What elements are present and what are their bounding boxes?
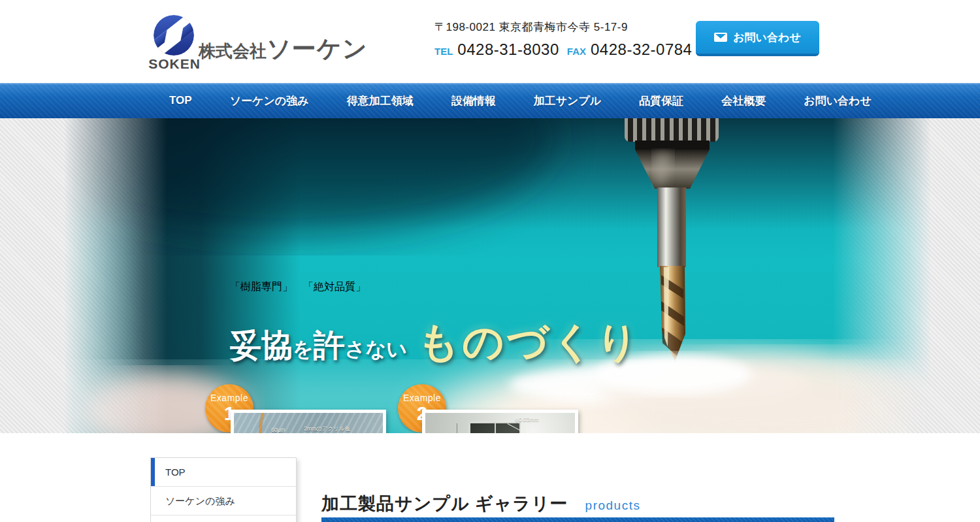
nav-item-samples[interactable]: 加工サンプル bbox=[515, 93, 621, 108]
annotation-acrylic: 2mmのアクリル板 bbox=[304, 425, 350, 433]
company-name: 株式会社ソーケン bbox=[199, 33, 368, 65]
logo[interactable]: SOKEN 株式会社ソーケン bbox=[153, 13, 349, 75]
fax-label: FAX bbox=[567, 46, 586, 57]
section-subtitle: products bbox=[585, 498, 641, 512]
nav-item-company[interactable]: 会社概要 bbox=[702, 93, 785, 108]
hero-photo-drill bbox=[0, 118, 980, 433]
fax-number: 0428-32-0784 bbox=[591, 41, 692, 58]
nav-item-top[interactable]: TOP bbox=[150, 94, 211, 107]
contact-info: 〒198-0021 東京都青梅市今寺 5-17-9 TEL0428-31-803… bbox=[434, 20, 709, 59]
catch-word-brush: ものづくり bbox=[417, 314, 641, 370]
nav-item-specialty[interactable]: 得意加工領域 bbox=[328, 93, 433, 108]
envelope-icon bbox=[714, 33, 727, 42]
section-title-bar bbox=[321, 517, 834, 522]
sidebar-menu: TOP ソーケンの強み bbox=[150, 457, 297, 522]
sidebar-item-top[interactable]: TOP bbox=[151, 458, 296, 487]
catch-word: 妥協 bbox=[230, 325, 293, 367]
catch-word: さない bbox=[345, 336, 407, 363]
sidebar-item-strengths[interactable]: ソーケンの強み bbox=[151, 487, 296, 515]
hero-catch-quotes: 「樹脂専門」 「絶対品質」 bbox=[230, 280, 366, 294]
nav-item-equipment[interactable]: 設備情報 bbox=[433, 93, 515, 108]
annotation-60um: 60μm bbox=[271, 427, 285, 433]
site-header: SOKEN 株式会社ソーケン 〒198-0021 東京都青梅市今寺 5-17-9… bbox=[0, 0, 980, 83]
section-title: 加工製品サンプル ギャラリー bbox=[321, 494, 568, 514]
hero-catch-main: 妥協を許さないものづくり bbox=[230, 314, 641, 370]
nav-item-strengths[interactable]: ソーケンの強み bbox=[211, 93, 328, 108]
hero-banner: 「樹脂専門」 「絶対品質」 妥協を許さないものづくり Example 1 Exa… bbox=[0, 118, 980, 433]
catch-word: 許 bbox=[314, 325, 345, 367]
page: SOKEN 株式会社ソーケン 〒198-0021 東京都青梅市今寺 5-17-9… bbox=[0, 0, 980, 522]
main-nav: TOP ソーケンの強み 得意加工領域 設備情報 加工サンプル 品質保証 会社概要… bbox=[0, 83, 980, 118]
annotation-dia-top: φ0.03mm bbox=[515, 416, 538, 423]
nav-item-contact[interactable]: お問い合わせ bbox=[785, 93, 890, 108]
tel-number: 0428-31-8030 bbox=[457, 41, 559, 58]
postal-address: 〒198-0021 東京都青梅市今寺 5-17-9 bbox=[434, 20, 709, 35]
tel-label: TEL bbox=[434, 46, 453, 57]
section-heading: 加工製品サンプル ギャラリーproducts bbox=[321, 492, 640, 515]
contact-button[interactable]: お問い合わせ bbox=[696, 21, 819, 56]
contact-button-label: お問い合わせ bbox=[733, 30, 801, 45]
soken-logo-icon bbox=[153, 14, 195, 56]
tel-fax-line: TEL0428-31-8030FAX0428-32-0784 bbox=[434, 41, 709, 59]
catch-word: を bbox=[293, 336, 314, 363]
logo-text: SOKEN bbox=[148, 56, 201, 72]
nav-item-quality[interactable]: 品質保証 bbox=[620, 93, 702, 108]
sidebar-item-next[interactable] bbox=[151, 515, 296, 522]
lower-section: TOP ソーケンの強み 加工製品サンプル ギャラリーproducts bbox=[0, 433, 980, 522]
